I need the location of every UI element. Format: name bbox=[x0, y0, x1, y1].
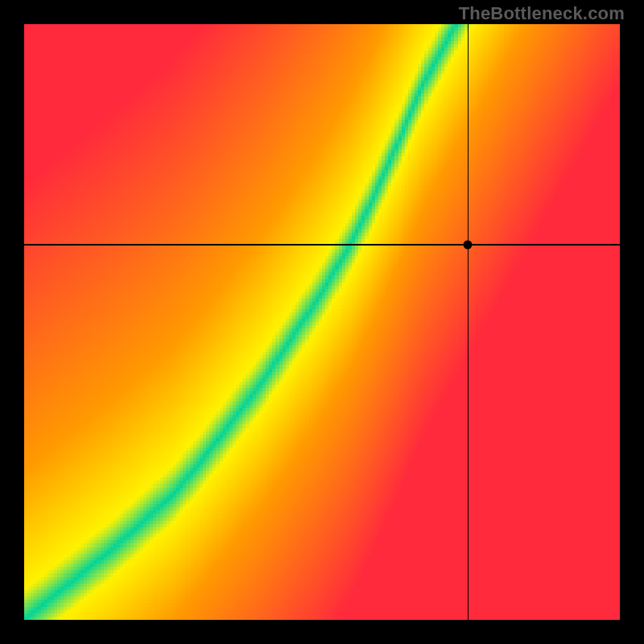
chart-frame: TheBottleneck.com bbox=[0, 0, 644, 644]
marker-dot bbox=[464, 240, 473, 249]
crosshair-vertical bbox=[468, 24, 469, 620]
watermark-text: TheBottleneck.com bbox=[459, 3, 625, 24]
crosshair-horizontal bbox=[24, 244, 620, 246]
heatmap-canvas bbox=[24, 24, 620, 620]
